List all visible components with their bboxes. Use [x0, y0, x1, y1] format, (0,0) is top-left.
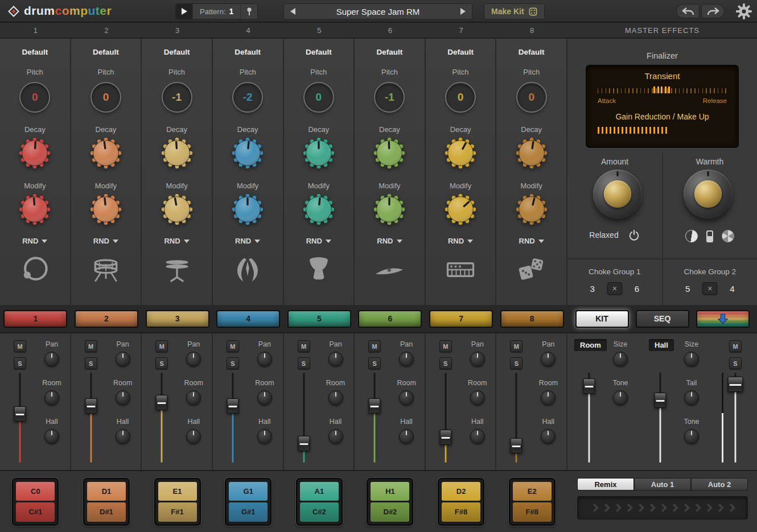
note-top[interactable]: E2: [513, 482, 552, 501]
pan-knob[interactable]: [541, 352, 556, 366]
decay-knob[interactable]: [161, 137, 193, 169]
pan-knob[interactable]: [257, 352, 272, 366]
mute-button[interactable]: M: [298, 340, 310, 352]
hihat-icon[interactable]: [160, 252, 194, 287]
note-top[interactable]: D2: [442, 482, 480, 501]
pan-knob[interactable]: [44, 352, 59, 366]
hall-send-knob[interactable]: [541, 429, 556, 444]
hall-tail-knob[interactable]: [684, 390, 699, 405]
master-solo-button[interactable]: S: [729, 357, 742, 369]
room-tab[interactable]: Room: [574, 339, 607, 351]
power-icon[interactable]: [628, 229, 640, 241]
rnd-dropdown[interactable]: RND: [377, 237, 402, 245]
hall-tone-knob[interactable]: [684, 429, 699, 444]
room-send-knob[interactable]: [399, 390, 414, 405]
master-volume-fader[interactable]: [729, 373, 742, 463]
solo-button[interactable]: S: [227, 357, 239, 369]
mute-button[interactable]: M: [368, 340, 381, 352]
preset-selector[interactable]: Default: [519, 48, 545, 56]
decay-knob[interactable]: [516, 137, 548, 169]
finalizer-display[interactable]: Transient Attack Release Gain Reduction …: [586, 65, 739, 148]
fader-cap[interactable]: [227, 398, 238, 414]
choke1-clear-button[interactable]: ×: [607, 282, 622, 295]
decay-knob[interactable]: [90, 137, 122, 169]
drum-pad[interactable]: 7: [429, 310, 493, 328]
pitch-knob[interactable]: 0: [90, 82, 121, 113]
ball-icon[interactable]: [722, 230, 734, 242]
kick-drum-icon[interactable]: [18, 252, 52, 287]
room-send-knob[interactable]: [186, 390, 201, 405]
modify-knob[interactable]: [516, 193, 548, 225]
solo-button[interactable]: S: [439, 357, 452, 369]
choke2-value-b[interactable]: 4: [730, 284, 734, 294]
warmth-knob[interactable]: [684, 170, 733, 218]
rnd-dropdown[interactable]: RND: [235, 237, 260, 245]
choke1-value-a[interactable]: 3: [590, 284, 594, 294]
note-bottom[interactable]: C#2: [300, 502, 339, 522]
pan-knob[interactable]: [399, 352, 414, 366]
hall-send-knob[interactable]: [116, 429, 130, 444]
choke2-value-a[interactable]: 5: [685, 284, 690, 294]
hall-send-knob[interactable]: [470, 429, 485, 444]
hall-send-knob[interactable]: [399, 429, 414, 444]
pitch-knob[interactable]: 0: [303, 82, 334, 113]
remix-button[interactable]: Remix: [577, 478, 634, 490]
fader-cap[interactable]: [298, 436, 310, 451]
hall-send-knob[interactable]: [44, 429, 59, 444]
note-pad[interactable]: C0 C#1: [12, 478, 59, 526]
note-pad[interactable]: E2 F#8: [509, 478, 556, 526]
rnd-dropdown[interactable]: RND: [22, 237, 47, 245]
redo-button[interactable]: [701, 4, 725, 18]
remix-pattern-bar[interactable]: [577, 496, 748, 519]
note-bottom[interactable]: C#1: [16, 502, 55, 522]
make-kit-button[interactable]: Make Kit: [484, 3, 545, 19]
note-bottom[interactable]: F#1: [158, 502, 197, 522]
preset-selector[interactable]: Default: [377, 48, 403, 56]
solo-button[interactable]: S: [510, 357, 523, 369]
pan-knob[interactable]: [470, 352, 485, 366]
battery-icon[interactable]: [706, 230, 713, 242]
rnd-dropdown[interactable]: RND: [306, 237, 331, 245]
volume-fader[interactable]: [368, 373, 381, 463]
note-bottom[interactable]: F#8: [513, 502, 552, 522]
fader-cap[interactable]: [369, 398, 381, 414]
note-bottom[interactable]: D#2: [371, 502, 409, 522]
note-pad[interactable]: A1 C#2: [296, 478, 343, 526]
volume-fader[interactable]: [226, 373, 240, 463]
pitch-knob[interactable]: -1: [374, 82, 405, 113]
mute-button[interactable]: M: [14, 340, 26, 352]
dice-icon[interactable]: [515, 252, 549, 287]
choke1-value-b[interactable]: 6: [635, 284, 639, 294]
room-send-knob[interactable]: [541, 390, 556, 405]
solo-button[interactable]: S: [14, 357, 26, 369]
fader-cap[interactable]: [439, 430, 451, 445]
room-send-knob[interactable]: [470, 390, 485, 405]
hall-size-knob[interactable]: [684, 352, 699, 366]
note-pad[interactable]: H1 D#2: [367, 478, 413, 526]
room-size-knob[interactable]: [613, 352, 628, 366]
pitch-knob[interactable]: -1: [162, 82, 192, 113]
amount-knob[interactable]: [593, 170, 642, 218]
modify-knob[interactable]: [373, 193, 405, 225]
fader-cap[interactable]: [511, 438, 523, 453]
rnd-dropdown[interactable]: RND: [519, 237, 544, 245]
volume-fader[interactable]: [13, 373, 27, 463]
auto2-button[interactable]: Auto 2: [691, 478, 748, 490]
room-send-knob[interactable]: [116, 390, 130, 405]
preset-selector[interactable]: Default: [234, 48, 261, 56]
fader-cap[interactable]: [85, 398, 97, 414]
note-top[interactable]: D1: [87, 482, 126, 501]
hall-return-fader[interactable]: [653, 373, 667, 463]
settings-button[interactable]: [735, 3, 752, 22]
keyboard-icon[interactable]: [443, 252, 478, 287]
note-top[interactable]: E1: [158, 482, 197, 501]
preset-selector[interactable]: Default: [447, 48, 474, 56]
volume-fader[interactable]: [509, 373, 523, 463]
pitch-knob[interactable]: 0: [516, 82, 547, 113]
undo-button[interactable]: [676, 4, 700, 18]
note-pad[interactable]: D1 D#1: [83, 478, 130, 526]
drum-pad[interactable]: 4: [216, 310, 280, 328]
decay-knob[interactable]: [373, 137, 405, 169]
modify-knob[interactable]: [445, 193, 476, 225]
hall-send-knob[interactable]: [186, 429, 201, 444]
